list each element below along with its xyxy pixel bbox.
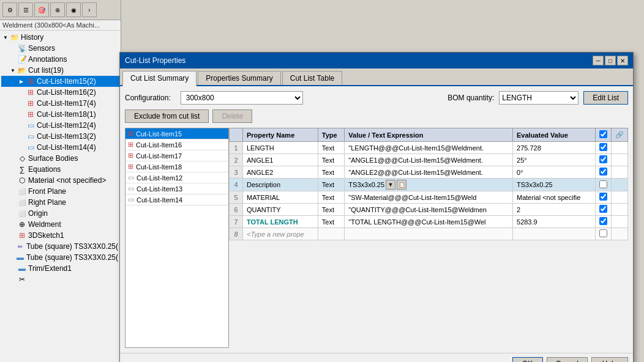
tree-item-item17[interactable]: ⊞ Cut-List-Item17(4) [1,98,119,109]
tree-item-rightplane[interactable]: ⬜ Origin [1,208,119,219]
row-6-link [612,204,628,216]
row-5-property[interactable]: MATERIAL [243,191,318,204]
tree-item-frontplane[interactable]: ⬜ Front Plane [1,186,119,197]
tree-label-item18: Cut-List-Item18(1) [37,110,96,119]
ok-button[interactable]: OK [512,357,543,362]
help-button[interactable]: Help [591,357,628,362]
expand-arrow-item15[interactable]: ▶ [18,78,24,84]
tree-item-annotations[interactable]: 📝 Annotations [1,54,119,65]
header-checkbox[interactable] [599,130,607,138]
row-2-type: Text [318,154,345,166]
tree-item-tube2[interactable]: ▬ Trim/Extend1 [1,263,119,274]
toolbar-btn-5[interactable]: ◉ [66,2,81,17]
tree-item-item15[interactable]: ▶ ⊞ Cut-List-Item15(2) [1,76,119,87]
row-8-property[interactable]: <Type a new prope [243,228,318,240]
dialog-title: Cut-List Properties [125,56,185,65]
tree-item-material[interactable]: ⬡ Material <not specified> [1,175,119,186]
list-item-1[interactable]: ⊞ Cut-List-Item16 [125,139,228,150]
tree-item-weldment[interactable]: ⊞ 3DSketch1 [1,230,119,241]
tree-item-equations[interactable]: ∑ Equations [1,164,119,175]
row-5-expression[interactable]: "SW-Material@@@Cut-List-Item15@Weld [345,191,513,204]
tab-cut-list-table[interactable]: Cut List Table [282,71,343,85]
row-7-property[interactable]: TOTAL LENGTH [243,216,318,228]
tree-item-item18[interactable]: ⊞ Cut-List-Item18(1) [1,109,119,120]
tree-label-surfacebodies: Surface Bodies [28,154,78,163]
expand-arrow-rightplane [10,210,16,216]
row-4-expr-btn-1[interactable]: ▼ [386,180,395,190]
row-2-evaluated: 25° [513,154,596,166]
exclude-from-cut-list-button[interactable]: Exclude from cut list [125,109,209,123]
list-item-6[interactable]: ▭ Cut-List-Item14 [125,194,228,205]
list-item-4[interactable]: ▭ Cut-List-Item12 [125,172,228,183]
cut-list-items-panel[interactable]: ⊞ Cut-List-Item15 ⊞ Cut-List-Item16 ⊞ Cu… [125,128,229,348]
tree-item-3dsketch1[interactable]: ✏ Tube (square) TS3X3X0.25( [1,241,119,252]
row-2-checkbox[interactable] [599,155,607,163]
row-2-expression[interactable]: "ANGLE1@@@Cut-List-Item15@Weldment. [345,154,513,166]
expand-arrow-history[interactable]: ▼ [2,34,9,40]
toolbar-btn-4[interactable]: ⊕ [50,2,65,17]
row-7-expression[interactable]: "TOTAL LENGTH@@@Cut-List-Item15@Wel [345,216,513,228]
row-2-property[interactable]: ANGLE1 [243,154,318,166]
restore-button[interactable]: □ [605,56,616,65]
tree-item-origin[interactable]: ⊕ Weldment [1,219,119,230]
row-4-expression-cell[interactable]: TS3x3x0.25 ▼ 📋 [345,179,513,191]
list-item-0-label: Cut-List-Item15 [136,130,182,138]
row-4-checkbox[interactable] [599,180,607,188]
bom-select[interactable]: LENGTH [499,91,578,105]
delete-button[interactable]: Delete [212,109,252,123]
edit-list-button[interactable]: Edit List [583,91,628,105]
row-1-checkbox[interactable] [599,143,607,151]
tab-properties-summary[interactable]: Properties Summary [198,71,280,85]
tree-item-trim[interactable]: ✂ [1,274,119,285]
tree-item-item12[interactable]: ▭ Cut-List-Item12(4) [1,120,119,131]
row-6-property[interactable]: QUANTITY [243,204,318,216]
row-2-link [612,154,628,166]
toolbar-btn-more[interactable]: › [82,2,97,17]
row-3-expression[interactable]: "ANGLE2@@@Cut-List-Item15@Weldment. [345,166,513,179]
row-6-expression[interactable]: "QUANTITY@@@Cut-List-Item15@Weldmen [345,204,513,216]
titlebar-buttons: ─ □ ✕ [593,56,628,65]
row-8-checkbox[interactable] [599,229,607,237]
row-6-checkbox[interactable] [599,205,607,213]
row-7-type: Text [318,216,345,228]
minimize-button[interactable]: ─ [593,56,604,65]
row-5-checkbox[interactable] [599,193,607,201]
cutlist-folder-icon: 📂 [17,65,27,75]
list-item-3[interactable]: ⊞ Cut-List-Item18 [125,161,228,172]
row-4-evaluated: TS3x3x0.25 [513,179,596,191]
expand-arrow-cutlist[interactable]: ▼ [10,67,16,73]
tree-item-item14[interactable]: ▭ Cut-List-Item14(4) [1,142,119,153]
tree-item-tube1[interactable]: ▬ Tube (square) TS3X3X0.25( [1,252,119,263]
tree-label-origin: Weldment [28,220,61,229]
tree-item-surfacebodies[interactable]: ◇ Surface Bodies [1,153,119,164]
tree-item-sensors[interactable]: 📡 Sensors [1,43,119,54]
toolbar-btn-2[interactable]: ☰ [18,2,33,17]
tree-item-cutlist[interactable]: ▼ 📂 Cut list(19) [1,65,119,76]
toolbar-btn-1[interactable]: ⚙ [2,2,17,17]
row-4-expression-value: TS3x3x0.25 ▼ 📋 [348,180,509,190]
row-1-type: Text [318,142,345,154]
row-3-checkbox-cell [596,166,612,179]
list-item-5[interactable]: ▭ Cut-List-Item13 [125,183,228,194]
row-4-property[interactable]: Description [243,179,318,191]
list-item-0[interactable]: ⊞ Cut-List-Item15 [125,128,228,139]
close-button[interactable]: ✕ [617,56,628,65]
row-1-expression[interactable]: "LENGTH@@@Cut-List-Item15@Weldment. [345,142,513,154]
tree-item-item13[interactable]: ▭ Cut-List-Item13(2) [1,131,119,142]
row-4-link [612,179,628,191]
row-1-property[interactable]: LENGTH [243,142,318,154]
row-5-link [612,191,628,204]
toolbar-btn-3[interactable]: 🎯 [34,2,49,17]
row-3-property[interactable]: ANGLE2 [243,166,318,179]
row-3-checkbox[interactable] [599,168,607,175]
cancel-button[interactable]: Cancel [547,357,588,362]
tree-item-item16[interactable]: ⊞ Cut-List-Item16(2) [1,87,119,98]
tree-item-history[interactable]: ▼ 📁 History [1,32,119,43]
row-4-expr-btn-2[interactable]: 📋 [397,180,406,190]
config-select[interactable]: 300x800 [181,91,303,105]
tree-item-topplane[interactable]: ⬜ Right Plane [1,197,119,208]
row-7-checkbox[interactable] [599,217,607,225]
tab-cut-list-summary[interactable]: Cut List Summary [122,71,197,86]
row-1-link [612,142,628,154]
list-item-2[interactable]: ⊞ Cut-List-Item17 [125,150,228,161]
